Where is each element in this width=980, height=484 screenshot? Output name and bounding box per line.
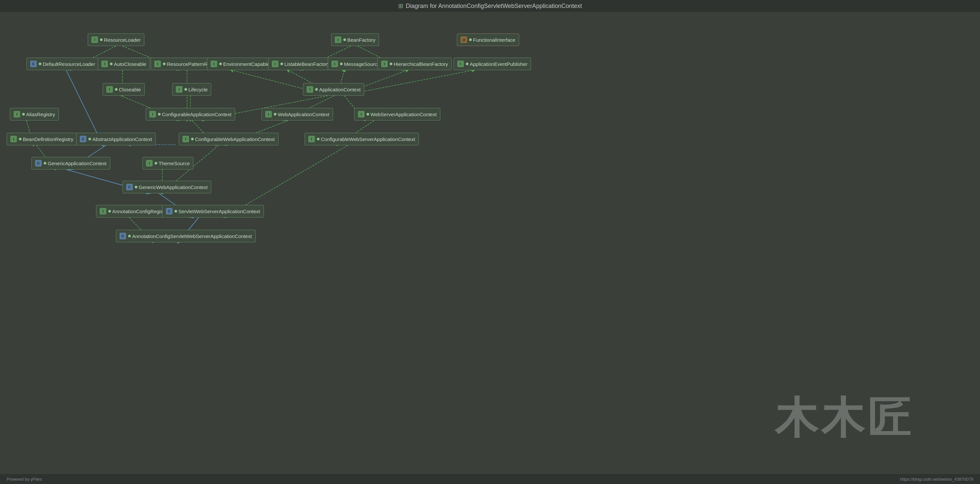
badge-i: I bbox=[10, 136, 17, 142]
node-AutoCloseable[interactable]: I AutoCloseable bbox=[98, 57, 150, 70]
node-AbstractApplicationContext[interactable]: C AbstractApplicationContext bbox=[76, 133, 156, 145]
node-label-ConfigurableWebServerApplicationContext: ConfigurableWebServerApplicationContext bbox=[321, 136, 415, 142]
node-label-AnnotationConfigRegistry: AnnotationConfigRegistry bbox=[112, 209, 169, 214]
badge-i: I bbox=[154, 61, 161, 67]
badge-i: I bbox=[91, 37, 98, 43]
node-EnvironmentCapable[interactable]: I EnvironmentCapable bbox=[207, 57, 273, 70]
node-label-GenericWebApplicationContext: GenericWebApplicationContext bbox=[139, 185, 208, 190]
badge-i: I bbox=[308, 136, 315, 142]
node-Lifecycle[interactable]: I Lifecycle bbox=[172, 83, 211, 96]
badge-i: I bbox=[100, 208, 106, 215]
node-MessageSource[interactable]: I MessageSource bbox=[328, 57, 383, 70]
node-label-DefaultResourceLoader: DefaultResourceLoader bbox=[43, 61, 95, 67]
node-label-EnvironmentCapable: EnvironmentCapable bbox=[223, 61, 269, 67]
diagram-area: I ResourceLoader I BeanFactory @ Functio… bbox=[0, 12, 980, 474]
badge-i: I bbox=[106, 86, 113, 93]
node-ConfigurableWebServerApplicationContext[interactable]: I ConfigurableWebServerApplicationContex… bbox=[305, 133, 419, 145]
node-WebServerApplicationContext[interactable]: I WebServerApplicationContext bbox=[354, 108, 440, 121]
badge-c: C bbox=[35, 160, 42, 167]
badge-i: I bbox=[101, 61, 108, 67]
badge-i: I bbox=[14, 111, 20, 118]
badge-i: I bbox=[149, 111, 156, 118]
badge-i: I bbox=[176, 86, 183, 93]
powered-by: Powered by yFiles bbox=[6, 477, 42, 482]
badge-c: C bbox=[80, 136, 86, 142]
node-WebApplicationContext[interactable]: I WebApplicationContext bbox=[262, 108, 333, 121]
node-AnnotationConfigRegistry[interactable]: I AnnotationConfigRegistry bbox=[96, 205, 172, 218]
node-label-ApplicationEventPublisher: ApplicationEventPublisher bbox=[470, 61, 527, 67]
badge-i: I bbox=[358, 111, 364, 118]
title-bar: ⊞ Diagram for AnnotationConfigServletWeb… bbox=[0, 0, 980, 12]
badge-i: I bbox=[457, 61, 464, 67]
badge-i: I bbox=[210, 61, 217, 67]
title-text: Diagram for AnnotationConfigServletWebSe… bbox=[406, 3, 582, 10]
node-label-ThemeSource: ThemeSource bbox=[159, 161, 190, 166]
badge-i: I bbox=[272, 61, 278, 67]
node-GenericWebApplicationContext[interactable]: C GenericWebApplicationContext bbox=[123, 181, 211, 193]
badge-i: I bbox=[331, 61, 338, 67]
badge-c: C bbox=[119, 233, 126, 239]
node-FunctionalInterface[interactable]: @ FunctionalInterface bbox=[457, 33, 519, 46]
badge-i: I bbox=[265, 111, 272, 118]
bottom-bar: Powered by yFiles https://blog.csdn.net/… bbox=[0, 474, 980, 484]
badge-fi: @ bbox=[461, 37, 467, 43]
badge-i: I bbox=[381, 61, 388, 67]
node-AnnotationConfigServletWebServerApplicationContext[interactable]: C AnnotationConfigServletWebServerApplic… bbox=[116, 230, 256, 242]
node-ResourceLoader[interactable]: I ResourceLoader bbox=[88, 33, 144, 46]
node-label-BeanFactory: BeanFactory bbox=[347, 37, 375, 43]
node-ApplicationEventPublisher[interactable]: I ApplicationEventPublisher bbox=[453, 57, 531, 70]
node-ListableBeanFactory[interactable]: I ListableBeanFactory bbox=[268, 57, 333, 70]
badge-i: I bbox=[335, 37, 341, 43]
url: https://blog.csdn.net/weixin_43870079 bbox=[900, 477, 974, 482]
node-label-ConfigurableWebApplicationContext: ConfigurableWebApplicationContext bbox=[195, 136, 275, 142]
badge-i: I bbox=[183, 136, 189, 142]
watermark: 木木匠 bbox=[775, 389, 914, 447]
connections-svg bbox=[0, 12, 980, 474]
node-ConfigurableApplicationContext[interactable]: I ConfigurableApplicationContext bbox=[146, 108, 235, 121]
node-label-ResourceLoader: ResourceLoader bbox=[104, 37, 141, 43]
node-ApplicationContext[interactable]: I ApplicationContext bbox=[303, 83, 364, 96]
node-ConfigurableWebApplicationContext[interactable]: I ConfigurableWebApplicationContext bbox=[179, 133, 278, 145]
badge-i: I bbox=[146, 160, 153, 167]
node-label-AutoCloseable: AutoCloseable bbox=[114, 61, 146, 67]
node-label-ApplicationContext: ApplicationContext bbox=[319, 87, 361, 92]
badge-i: I bbox=[307, 86, 313, 93]
node-label-FunctionalInterface: FunctionalInterface bbox=[473, 37, 515, 43]
badge-c: C bbox=[30, 61, 37, 67]
node-ThemeSource[interactable]: I ThemeSource bbox=[142, 157, 193, 169]
node-label-GenericApplicationContext: GenericApplicationContext bbox=[48, 161, 107, 166]
diagram-icon: ⊞ bbox=[398, 2, 403, 10]
node-label-AbstractApplicationContext: AbstractApplicationContext bbox=[92, 136, 152, 142]
node-ServletWebServerApplicationContext[interactable]: C ServletWebServerApplicationContext bbox=[162, 205, 264, 218]
node-Closeable[interactable]: I Closeable bbox=[103, 83, 145, 96]
node-AliasRegistry[interactable]: I AliasRegistry bbox=[10, 108, 59, 121]
node-label-MessageSource: MessageSource bbox=[344, 61, 380, 67]
node-DefaultResourceLoader[interactable]: C DefaultResourceLoader bbox=[27, 57, 99, 70]
badge-c: C bbox=[126, 184, 133, 190]
node-label-AnnotationConfigServletWebServerApplicationContext: AnnotationConfigServletWebServerApplicat… bbox=[132, 233, 252, 239]
node-label-WebApplicationContext: WebApplicationContext bbox=[278, 111, 329, 117]
node-label-AliasRegistry: AliasRegistry bbox=[26, 111, 55, 117]
node-label-Lifecycle: Lifecycle bbox=[188, 87, 208, 92]
node-label-ListableBeanFactory: ListableBeanFactory bbox=[285, 61, 330, 67]
node-label-ServletWebServerApplicationContext: ServletWebServerApplicationContext bbox=[178, 209, 260, 214]
node-label-ConfigurableApplicationContext: ConfigurableApplicationContext bbox=[162, 111, 231, 117]
node-BeanFactory[interactable]: I BeanFactory bbox=[331, 33, 379, 46]
badge-c: C bbox=[166, 208, 172, 215]
node-label-Closeable: Closeable bbox=[119, 87, 141, 92]
node-label-BeanDefinitionRegistry: BeanDefinitionRegistry bbox=[23, 136, 73, 142]
node-GenericApplicationContext[interactable]: C GenericApplicationContext bbox=[32, 157, 110, 169]
node-HierarchicalBeanFactory[interactable]: I HierarchicalBeanFactory bbox=[377, 57, 452, 70]
node-BeanDefinitionRegistry[interactable]: I BeanDefinitionRegistry bbox=[6, 133, 77, 145]
node-label-HierarchicalBeanFactory: HierarchicalBeanFactory bbox=[394, 61, 448, 67]
node-label-WebServerApplicationContext: WebServerApplicationContext bbox=[371, 111, 437, 117]
